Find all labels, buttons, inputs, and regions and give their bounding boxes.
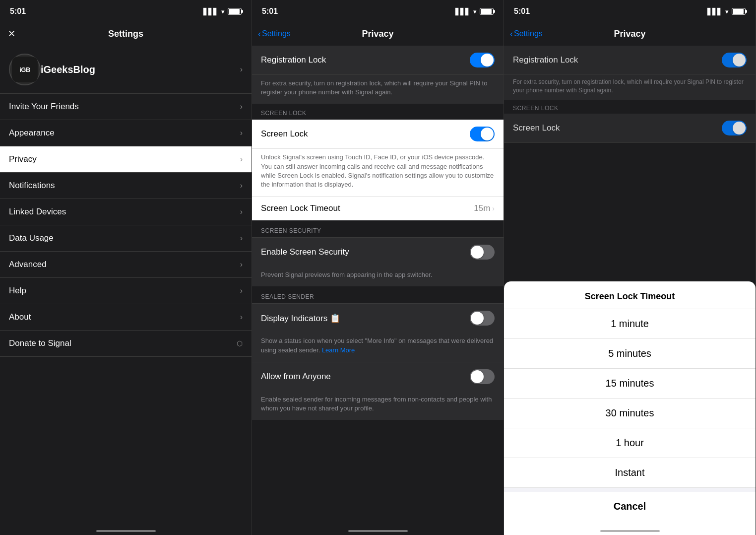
allow-from-anyone-toggle[interactable] [470, 369, 495, 384]
settings-item-invite-friends[interactable]: Invite Your Friends › [0, 94, 252, 120]
allow-from-anyone-desc: Enable sealed sender for incoming messag… [252, 391, 504, 420]
modal-option-label: 5 minutes [608, 348, 651, 359]
timeout-chevron-icon: › [492, 204, 495, 212]
signal-icon-p2: ▋▋▋ [455, 8, 470, 15]
settings-item-donate[interactable]: Donate to Signal ⬡ [0, 331, 252, 357]
avatar-text: iGB [19, 66, 30, 73]
back-button-p3[interactable]: ‹ Settings [510, 29, 543, 39]
timeout-row[interactable]: Screen Lock Timeout 15m › [252, 196, 504, 220]
screen-security-header: SCREEN SECURITY [252, 220, 504, 237]
status-icons-p2: ▋▋▋ ▾ [455, 8, 494, 15]
toggle-knob-ss [471, 246, 484, 259]
settings-item-privacy[interactable]: Privacy › [0, 146, 252, 173]
p3-sl-knob [733, 122, 746, 134]
timeout-label: Screen Lock Timeout [261, 203, 340, 213]
p3-reg-lock-toggle [722, 53, 747, 67]
home-indicator-p1 [96, 530, 156, 532]
settings-label: Advanced [9, 260, 47, 269]
panel-timeout-modal: 5:01 ▋▋▋ ▾ ‹ Settings Privacy Registrati… [504, 0, 756, 535]
registration-lock-toggle[interactable] [470, 53, 495, 67]
toggle-knob-afa [471, 370, 484, 383]
modal-option-label: 30 minutes [606, 407, 654, 419]
timeout-modal-sheet: Screen Lock Timeout 1 minute 5 minutes 1… [504, 281, 756, 521]
close-button-p1[interactable]: ✕ [8, 28, 15, 39]
settings-item-data-usage[interactable]: Data Usage › [0, 225, 252, 252]
screen-security-toggle[interactable] [470, 245, 495, 260]
panel-privacy: 5:01 ▋▋▋ ▾ ‹ Settings Privacy Registrati… [252, 0, 504, 535]
settings-item-notifications[interactable]: Notifications › [0, 173, 252, 199]
screen-lock-label: Screen Lock [261, 129, 308, 139]
p3-toggle-knob [733, 54, 746, 67]
back-button-p2[interactable]: ‹ Settings [258, 29, 291, 39]
registration-lock-section: Registration Lock For extra security, tu… [252, 46, 504, 104]
timeout-value: 15m › [474, 203, 495, 213]
settings-item-linked-devices[interactable]: Linked Devices › [0, 199, 252, 225]
battery-icon-p1 [228, 8, 242, 15]
screen-security-block: Enable Screen Security Prevent Signal pr… [252, 237, 504, 286]
settings-item-appearance[interactable]: Appearance › [0, 120, 252, 146]
registration-lock-label: Registration Lock [261, 55, 326, 65]
chevron-icon: › [240, 207, 243, 216]
modal-option-1min[interactable]: 1 minute [504, 309, 756, 339]
timeout-value-text: 15m [474, 203, 490, 213]
registration-lock-row[interactable]: Registration Lock [252, 46, 504, 75]
wifi-icon-p1: ▾ [221, 8, 225, 15]
modal-option-label: 15 minutes [606, 378, 654, 389]
signal-icon-p1: ▋▋▋ [203, 8, 218, 15]
p3-reg-lock-bg: Registration Lock For extra security, tu… [504, 46, 756, 100]
modal-title: Screen Lock Timeout [504, 281, 756, 309]
status-time-p3: 5:01 [514, 7, 530, 16]
modal-cancel-button[interactable]: Cancel [504, 492, 756, 521]
modal-option-15min[interactable]: 15 minutes [504, 369, 756, 399]
chevron-icon: › [240, 181, 243, 190]
modal-option-label: 1 minute [611, 318, 649, 330]
status-time-p2: 5:01 [262, 7, 278, 16]
battery-icon-p2 [480, 8, 494, 15]
settings-item-help[interactable]: Help › [0, 278, 252, 304]
enable-screen-security-label: Enable Screen Security [261, 247, 349, 257]
profile-name: iGeeksBlog [41, 64, 95, 75]
toggle-knob [481, 54, 494, 67]
display-indicators-toggle[interactable] [470, 311, 495, 326]
status-bar-panel1: 5:01 ▋▋▋ ▾ [0, 0, 252, 22]
screen-lock-row[interactable]: Screen Lock [252, 120, 504, 149]
back-label-p3: Settings [514, 29, 543, 38]
modal-option-30min[interactable]: 30 minutes [504, 399, 756, 428]
status-bar-p3: 5:01 ▋▋▋ ▾ [504, 0, 756, 22]
modal-option-5min[interactable]: 5 minutes [504, 339, 756, 369]
settings-item-advanced[interactable]: Advanced › [0, 252, 252, 278]
settings-label: Help [9, 286, 26, 296]
status-icons-p3: ▋▋▋ ▾ [707, 8, 746, 15]
chevron-icon: › [240, 129, 243, 137]
allow-from-anyone-row[interactable]: Allow from Anyone [252, 362, 504, 391]
settings-label: Appearance [9, 128, 55, 138]
nav-title-p1: Settings [108, 29, 143, 39]
nav-bar-p2: ‹ Settings Privacy [252, 22, 504, 46]
chevron-icon: › [240, 234, 243, 243]
display-indicators-desc: Show a status icon when you select "More… [252, 333, 504, 361]
settings-item-about[interactable]: About › [0, 304, 252, 331]
nav-bar-p1: ✕ Settings [0, 22, 252, 46]
bottom-indicator-p1 [0, 521, 252, 535]
nav-title-p3: Privacy [614, 29, 645, 39]
avatar: iGB [9, 54, 41, 85]
nav-bar-p3: ‹ Settings Privacy [504, 22, 756, 46]
status-bar-p2: 5:01 ▋▋▋ ▾ [252, 0, 504, 22]
p3-reg-lock-label: Registration Lock [513, 55, 578, 65]
settings-label: Notifications [9, 181, 55, 191]
modal-option-1hour[interactable]: 1 hour [504, 428, 756, 458]
screen-lock-toggle[interactable] [470, 127, 495, 141]
external-link-icon: ⬡ [237, 339, 243, 347]
screen-security-desc: Prevent Signal previews from appearing i… [252, 267, 504, 286]
chevron-icon: › [240, 260, 243, 269]
p3-screen-lock-toggle-row: Screen Lock [504, 114, 756, 143]
modal-option-label: Instant [615, 467, 644, 478]
screen-lock-header: SCREEN LOCK [252, 104, 504, 120]
display-indicators-row[interactable]: Display Indicators 📋 [252, 303, 504, 333]
modal-option-instant[interactable]: Instant [504, 458, 756, 488]
p3-screen-lock-toggle [722, 121, 747, 135]
status-time-p1: 5:01 [10, 7, 26, 16]
enable-screen-security-row[interactable]: Enable Screen Security [252, 237, 504, 267]
profile-row[interactable]: iGB iGeeksBlog › [0, 46, 252, 94]
signal-icon-p3: ▋▋▋ [707, 8, 722, 15]
